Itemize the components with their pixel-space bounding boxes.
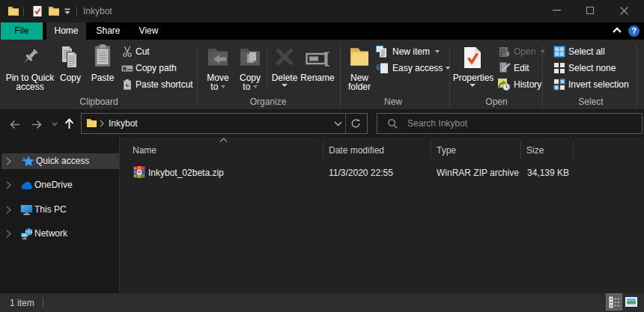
svg-text:?: ? [631,26,637,35]
